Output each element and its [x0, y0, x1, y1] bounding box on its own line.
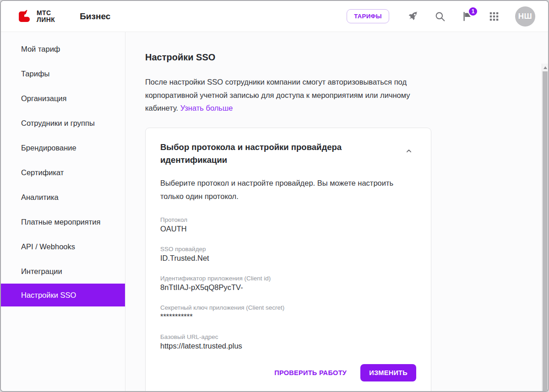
- sso-provider-card: Выбор протокола и настройки провайдера и…: [145, 128, 431, 391]
- collapse-button[interactable]: [402, 144, 416, 160]
- sidebar-item-certificate[interactable]: Сертификат: [1, 160, 125, 185]
- apps-grid-icon[interactable]: [488, 11, 500, 22]
- fields-list: Протокол OAUTH SSO провайдер ID.Trusted.…: [160, 216, 416, 350]
- sidebar-item-api-webhooks[interactable]: API / Webhooks: [1, 234, 125, 259]
- notifications[interactable]: 1: [461, 11, 473, 22]
- sidebar-item-my-tariff[interactable]: Мой тариф: [1, 37, 125, 61]
- field-label: Идентификатор приложения (Client id): [160, 275, 416, 282]
- body-area: Мой тариф Тарифы Организация Сотрудники …: [1, 32, 548, 391]
- field-label: Протокол: [160, 216, 416, 223]
- field-value: ID.Trusted.Net: [160, 254, 416, 263]
- scrollbar-thumb[interactable]: [543, 71, 548, 392]
- check-work-button[interactable]: ПРОВЕРИТЬ РАБОТУ: [274, 369, 347, 376]
- notification-badge: 1: [468, 6, 478, 16]
- field-client-secret: Секретный ключ приложения (Client secret…: [160, 304, 416, 321]
- page-title: Настройки SSO: [145, 52, 534, 63]
- main-content: Настройки SSO После настройки SSO сотруд…: [125, 32, 548, 391]
- header-actions: ТАРИФЫ 1: [347, 6, 535, 27]
- card-actions: ПРОВЕРИТЬ РАБОТУ ИЗМЕНИТЬ: [160, 364, 416, 385]
- field-value: OAUTH: [160, 225, 416, 233]
- avatar[interactable]: НШ: [515, 6, 535, 27]
- intro-text: После настройки SSO сотрудники компании …: [145, 75, 430, 115]
- search-icon[interactable]: [434, 11, 446, 22]
- chevron-up-icon: [404, 146, 413, 156]
- brand-text: МТС ЛИНК: [37, 10, 55, 23]
- tariffs-button[interactable]: ТАРИФЫ: [347, 9, 389, 23]
- card-title: Выбор протокола и настройки провайдера и…: [160, 141, 389, 166]
- scrollbar-up-arrow-icon[interactable]: [544, 66, 547, 69]
- sidebar-item-employees[interactable]: Сотрудники и группы: [1, 111, 125, 135]
- sidebar-item-sso-settings[interactable]: Настройки SSO: [1, 284, 125, 306]
- card-header: Выбор протокола и настройки провайдера и…: [160, 141, 416, 166]
- field-client-id: Идентификатор приложения (Client id) 8nT…: [160, 275, 416, 292]
- app-header: МТС ЛИНК Бизнес ТАРИФЫ 1: [1, 1, 548, 32]
- sidebar: Мой тариф Тарифы Организация Сотрудники …: [1, 32, 125, 391]
- vertical-scrollbar[interactable]: [542, 64, 548, 391]
- app-window: МТС ЛИНК Бизнес ТАРИФЫ 1: [0, 0, 549, 392]
- field-value: 8nTtIIAJ-pX5qQ8PycTV-: [160, 283, 416, 292]
- product-name: Бизнес: [80, 11, 110, 21]
- sidebar-item-paid-events[interactable]: Платные мероприятия: [1, 209, 125, 234]
- card-description: Выберите протокол и настройте провайдер.…: [160, 177, 416, 204]
- edit-button[interactable]: ИЗМЕНИТЬ: [360, 364, 416, 381]
- field-label: SSO провайдер: [160, 246, 416, 252]
- field-protocol: Протокол OAUTH: [160, 216, 416, 233]
- field-value: https://latest.trusted.plus: [160, 342, 416, 350]
- field-sso-provider: SSO провайдер ID.Trusted.Net: [160, 246, 416, 263]
- sidebar-item-integrations[interactable]: Интеграции: [1, 259, 125, 284]
- sidebar-item-organization[interactable]: Организация: [1, 86, 125, 111]
- field-label: Базовый URL-адрес: [160, 333, 416, 340]
- sidebar-item-tariffs[interactable]: Тарифы: [1, 61, 125, 86]
- field-label: Секретный ключ приложения (Client secret…: [160, 304, 416, 311]
- field-base-url: Базовый URL-адрес https://latest.trusted…: [160, 333, 416, 350]
- sidebar-item-branding[interactable]: Брендирование: [1, 135, 125, 160]
- rocket-icon[interactable]: [407, 11, 419, 22]
- mts-link-logo-icon: [16, 9, 32, 24]
- learn-more-link[interactable]: Узнать больше: [180, 104, 233, 112]
- brand-logo[interactable]: МТС ЛИНК: [16, 9, 55, 24]
- sidebar-item-analytics[interactable]: Аналитика: [1, 185, 125, 209]
- field-value: ***********: [160, 312, 416, 321]
